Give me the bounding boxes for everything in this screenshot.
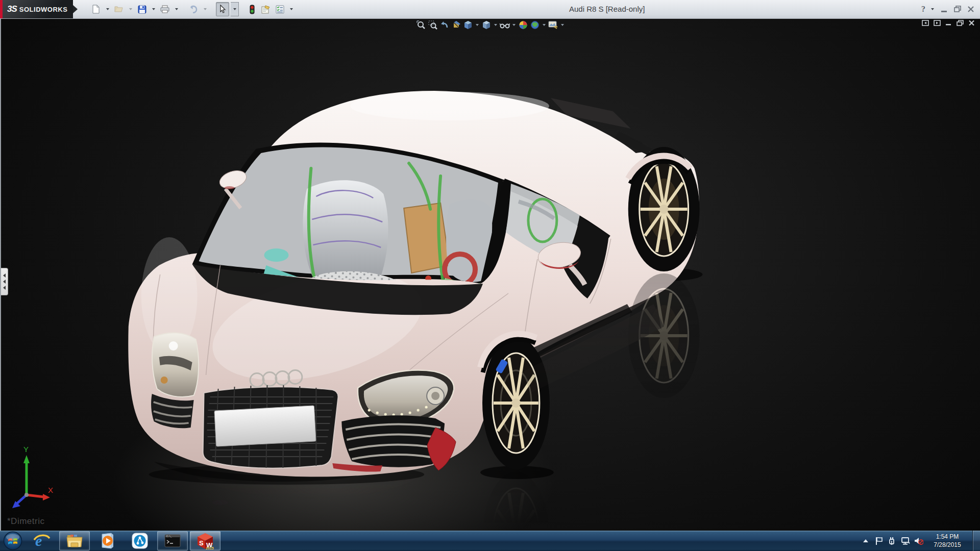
eyeglasses-icon (500, 20, 510, 30)
view-orientation-button[interactable] (462, 20, 473, 30)
headsup-view-toolbar (415, 19, 565, 31)
display-style-button[interactable] (481, 20, 492, 30)
file-properties-button[interactable] (260, 3, 272, 16)
solidworks-logo: 3S SOLIDWORKS (3, 0, 73, 18)
restore-button[interactable] (952, 4, 963, 14)
document-title: Audi R8 S [Read-only] (569, 5, 645, 13)
print-dropdown-arrow-icon[interactable] (173, 3, 180, 16)
taskbar-item-solidworks-2015[interactable]: S W 2015 (190, 531, 220, 550)
apply-scene-button[interactable] (529, 20, 540, 30)
power-button[interactable] (888, 531, 897, 551)
menu-expand-arrow-icon[interactable] (73, 5, 78, 13)
undo-dropdown-arrow-icon[interactable] (201, 3, 209, 16)
open-folder-icon (114, 5, 124, 13)
stoplight-button[interactable] (246, 3, 258, 16)
doc-close-icon (968, 20, 975, 26)
help-dropdown-arrow-icon[interactable] (928, 3, 936, 16)
flag-icon (875, 537, 883, 545)
apply-scene-dropdown-icon[interactable] (541, 20, 547, 30)
car-model[interactable]: Y X (12, 91, 703, 531)
license-plate (214, 406, 316, 446)
options-checklist-icon (276, 5, 284, 14)
left-headlight (152, 333, 199, 397)
solidworks-logo-text: SOLIDWORKS (19, 6, 68, 13)
front-grille (203, 385, 338, 468)
clock-date: 7/28/2015 (929, 541, 965, 549)
doc-restore-button[interactable] (957, 20, 964, 26)
edit-appearance-button[interactable] (518, 20, 528, 30)
collapse-arrow-icon (3, 273, 6, 278)
previous-window-icon (922, 20, 929, 26)
save-dropdown-arrow-icon[interactable] (150, 3, 157, 16)
featuremanager-collapsed-tab[interactable] (1, 268, 8, 295)
document-window-controls (922, 20, 975, 26)
titlebar: 3S SOLIDWORKS (0, 0, 980, 19)
show-hidden-icons-button[interactable] (861, 531, 870, 551)
previous-view-button[interactable] (439, 20, 450, 30)
file-properties-icon (261, 5, 271, 14)
internet-explorer-icon: e (33, 532, 51, 549)
display-style-dropdown-icon[interactable] (493, 20, 498, 30)
apply-scene-icon (530, 20, 540, 30)
hide-show-items-button[interactable] (499, 20, 510, 30)
zoom-to-area-button[interactable] (427, 20, 438, 30)
taskbar-item-internet-explorer[interactable]: e (27, 531, 57, 550)
options-dropdown-arrow-icon[interactable] (287, 3, 295, 16)
print-button[interactable] (159, 3, 171, 16)
zoom-to-fit-icon (416, 20, 426, 30)
volume-button[interactable] (914, 531, 923, 551)
minimize-icon (941, 6, 948, 13)
window-controls: ? (921, 0, 976, 18)
new-document-button[interactable] (90, 3, 102, 16)
undo-button[interactable] (187, 3, 200, 16)
open-dropdown-arrow-icon[interactable] (127, 3, 134, 16)
save-floppy-icon (138, 5, 146, 14)
triad-y-label: Y (23, 445, 29, 454)
new-dropdown-arrow-icon[interactable] (104, 3, 111, 16)
view-orientation-dropdown-icon[interactable] (474, 20, 480, 30)
sw-year: 2015 (206, 546, 214, 549)
zoom-to-fit-button[interactable] (415, 20, 426, 30)
next-window-button[interactable] (934, 20, 941, 26)
taskbar-item-command-prompt[interactable]: C:\_ (157, 531, 188, 550)
hide-show-items-dropdown-icon[interactable] (511, 20, 517, 30)
graphics-area[interactable]: Y X (0, 19, 980, 531)
select-dropdown-arrow-icon[interactable] (231, 2, 239, 16)
network-icon (901, 537, 910, 545)
restore-icon (954, 6, 962, 13)
doc-minimize-button[interactable] (945, 20, 952, 26)
view-settings-icon (548, 20, 558, 30)
show-desktop-button[interactable] (972, 531, 980, 551)
undo-arrow-icon (189, 5, 198, 13)
view-settings-dropdown-icon[interactable] (559, 20, 565, 30)
taskbar-item-windows-explorer[interactable] (59, 531, 90, 550)
taskbar: e (0, 531, 980, 551)
windows-explorer-folder-icon (66, 534, 83, 548)
collapse-arrow-icon (3, 286, 6, 290)
section-view-button[interactable] (451, 20, 461, 30)
action-center-button[interactable] (874, 531, 884, 551)
next-window-icon (934, 20, 941, 26)
minimize-button[interactable] (939, 4, 949, 14)
doc-restore-icon (957, 20, 964, 26)
taskbar-item-share-app[interactable] (125, 531, 155, 550)
media-player-icon (99, 533, 115, 549)
close-button[interactable] (966, 4, 976, 14)
display-style-icon (482, 20, 491, 30)
appearance-ball-icon (519, 20, 528, 30)
view-orientation-label: *Dimetric (7, 516, 44, 527)
help-button[interactable]: ? (921, 5, 925, 14)
view-settings-button[interactable] (548, 20, 558, 30)
taskbar-item-media-player[interactable] (92, 531, 122, 550)
open-document-button[interactable] (113, 3, 125, 16)
model-scene[interactable]: Y X (1, 19, 980, 531)
previous-window-button[interactable] (922, 20, 929, 26)
network-button[interactable] (901, 531, 910, 551)
system-tray: 1:54 PM 7/28/2015 (861, 531, 980, 551)
tray-clock[interactable]: 1:54 PM 7/28/2015 (929, 533, 965, 549)
options-button[interactable] (274, 3, 286, 16)
select-tool-button[interactable] (216, 2, 229, 16)
doc-close-button[interactable] (968, 20, 975, 26)
save-button[interactable] (136, 3, 148, 16)
start-button[interactable] (0, 531, 26, 551)
